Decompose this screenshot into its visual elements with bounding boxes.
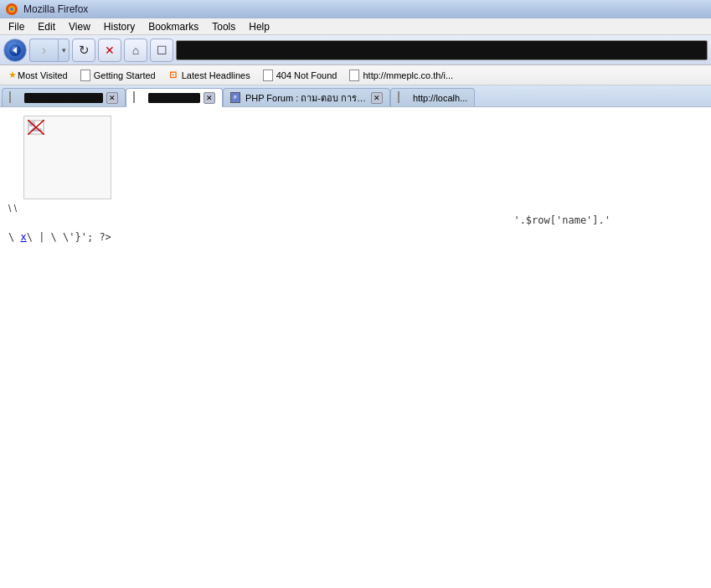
tab1-label: ████████████ [24, 93, 103, 103]
broken-image-icon [28, 120, 44, 135]
bookmark-latest-headlines[interactable]: ⊡ Latest Headlines [162, 68, 255, 83]
content-area: \ \ '.$row['name'].' \ x\ | \ \'}'; ?> [0, 107, 711, 588]
tab-3[interactable]: P PHP Forum : ถาม-ตอบ การเขียนโปร... ✕ [223, 88, 390, 106]
menu-history[interactable]: History [97, 18, 142, 34]
bookmarks-bar: ★ Most Visited Getting Started ⊡ Latest … [0, 65, 711, 85]
nav-bar: › ▾ ↻ ✕ ⌂ ☐ [0, 35, 711, 65]
title-bar: Mozilla Firefox [0, 0, 711, 18]
tab3-close[interactable]: ✕ [371, 92, 383, 104]
bookmark-getting-started[interactable]: Getting Started [75, 68, 161, 83]
address-bar-container [176, 40, 708, 60]
title-bar-label: Mozilla Firefox [23, 3, 88, 15]
tab1-favicon [9, 92, 21, 104]
tab4-label: http://localh... [413, 93, 467, 103]
tab-1[interactable]: ████████████ ✕ [2, 88, 126, 106]
reload-button[interactable]: ↻ [72, 39, 95, 62]
tab1-close[interactable]: ✕ [106, 92, 118, 104]
bookmark-most-visited[interactable]: ★ Most Visited [3, 68, 73, 82]
menu-bookmarks[interactable]: Bookmarks [142, 18, 205, 34]
menu-view[interactable]: View [62, 18, 97, 34]
svg-point-2 [10, 8, 13, 11]
menu-tools[interactable]: Tools [205, 18, 242, 34]
code-link-x[interactable]: x [20, 231, 26, 243]
rss-icon: ⊡ [167, 70, 179, 81]
firefox-icon [5, 3, 18, 16]
code-text-right: '.$row['name'].' [513, 214, 611, 226]
forward-dropdown[interactable]: ▾ [58, 39, 70, 62]
star-icon: ★ [8, 70, 17, 80]
tab-bar: ████████████ ✕ ████████ ✕ P PHP Forum : … [0, 85, 711, 107]
page-icon [80, 70, 91, 81]
tab3-favicon: P [230, 92, 242, 104]
page-button[interactable]: ☐ [150, 39, 173, 62]
back-button[interactable] [3, 39, 27, 62]
stop-button[interactable]: ✕ [98, 39, 121, 62]
page-icon-3 [348, 70, 360, 81]
broken-image [23, 116, 111, 199]
tab2-favicon [133, 92, 145, 104]
home-button[interactable]: ⌂ [124, 39, 147, 62]
bookmark-404[interactable]: 404 Not Found [257, 68, 343, 83]
broken-img-svg [28, 120, 44, 135]
forward-button[interactable]: › [29, 39, 58, 62]
tab3-label: PHP Forum : ถาม-ตอบ การเขียนโปร... [245, 90, 368, 106]
tab4-favicon [398, 92, 410, 104]
menu-edit[interactable]: Edit [31, 18, 62, 34]
menu-help[interactable]: Help [242, 18, 276, 34]
tab-4[interactable]: http://localh... [390, 88, 475, 106]
code-text-bottom: \ x\ | \ \'}'; ?> [8, 231, 111, 243]
menu-bar: File Edit View History Bookmarks Tools H… [0, 18, 711, 35]
address-bar[interactable] [176, 40, 708, 60]
tab2-close[interactable]: ✕ [204, 92, 215, 104]
page-icon-2 [262, 70, 274, 81]
tab-2[interactable]: ████████ ✕ [126, 88, 223, 107]
forward-button-group[interactable]: › ▾ [29, 39, 70, 62]
tab2-label: ████████ [148, 93, 200, 103]
bookmark-mmeplc[interactable]: http://mmeplc.co.th/i... [343, 68, 458, 83]
backslash-text: \ \ [8, 203, 17, 214]
menu-file[interactable]: File [2, 18, 31, 34]
